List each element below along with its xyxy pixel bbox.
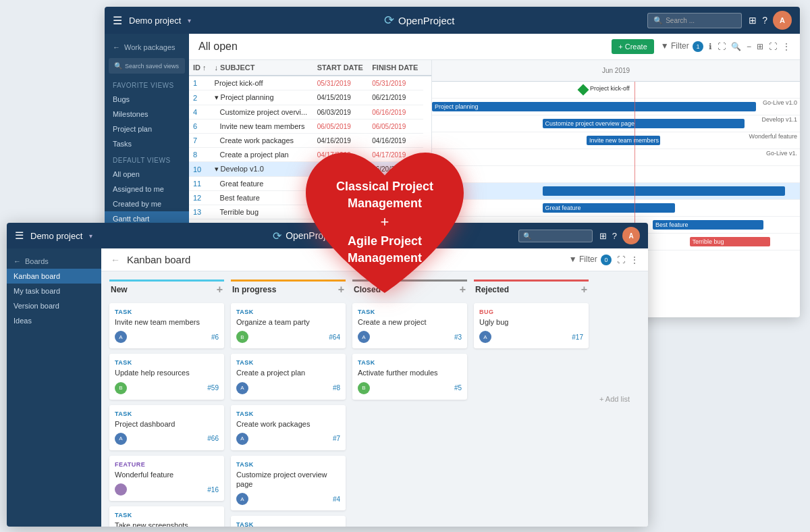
back-gantt-extra-label-2: Develop v1.1 xyxy=(761,116,797,123)
card-avatar: A xyxy=(236,382,248,394)
table-row[interactable]: 4 Customize project overvi... 06/03/2019… xyxy=(189,105,431,119)
table-row[interactable]: 2 ▾ Project planning 04/15/2019 06/21/20… xyxy=(189,90,431,105)
back-sidebar-item-milestones[interactable]: Milestones xyxy=(105,107,189,122)
back-filter-badge: 1 xyxy=(693,41,703,52)
card-avatar: A xyxy=(479,331,491,343)
back-hamburger-icon[interactable]: ☰ xyxy=(113,14,122,27)
card-id: #7 xyxy=(333,435,340,442)
card-footer: B #5 xyxy=(358,382,462,394)
back-zoom-in-icon[interactable]: 🔍 xyxy=(731,42,741,51)
back-search-saved[interactable]: 🔍 Search saved views xyxy=(109,58,185,74)
back-sidebar-back-btn[interactable]: ← Work packages xyxy=(105,39,189,55)
front-project-arrow-icon[interactable]: ▾ xyxy=(89,232,92,240)
list-item[interactable]: TASK New merchandising material B #63 xyxy=(231,516,346,527)
card-type-label: FEATURE xyxy=(115,461,219,468)
back-page-title: All open xyxy=(198,41,605,53)
kanban-col-rejected-label: Rejected xyxy=(475,285,509,294)
back-sidebar-item-projectplan[interactable]: Project plan xyxy=(105,122,189,136)
back-help-icon[interactable]: ? xyxy=(762,15,767,26)
back-row-id: 4 xyxy=(189,105,211,119)
back-create-button[interactable]: + Create xyxy=(612,39,654,54)
back-grid-icon[interactable]: ⊞ xyxy=(749,15,757,26)
back-gantt-bar-2: Project planning xyxy=(432,102,756,111)
front-avatar[interactable]: A xyxy=(622,227,640,244)
card-avatar: A xyxy=(115,433,127,445)
card-id: #59 xyxy=(207,384,219,392)
heart-line2: Management xyxy=(336,195,433,212)
back-row-id: 2 xyxy=(189,90,211,105)
front-help-icon[interactable]: ? xyxy=(612,231,617,241)
kanban-column-header-rejected: Rejected + xyxy=(474,280,589,298)
front-sidebar-item-kanban[interactable]: Kanban board xyxy=(7,269,101,284)
card-avatar: A xyxy=(358,331,370,343)
back-row-id: 13 xyxy=(189,205,211,219)
front-back-arrow-icon: ← xyxy=(14,257,21,265)
list-item[interactable]: FEATURE Wonderful feature #16 xyxy=(109,456,224,501)
kanban-col-new-add-icon[interactable]: + xyxy=(217,284,223,295)
back-top-icons: ⊞ ? A xyxy=(749,11,792,30)
front-hamburger-icon[interactable]: ☰ xyxy=(15,230,24,242)
back-sidebar-item-allopen[interactable]: All open xyxy=(105,167,189,182)
card-type-label: TASK xyxy=(236,461,340,468)
card-type-label: TASK xyxy=(115,309,219,315)
card-title: Wonderful feature xyxy=(115,470,219,479)
card-avatar: A xyxy=(236,433,248,445)
front-grid-icon[interactable]: ⊞ xyxy=(599,231,607,241)
front-sidebar-item-ideas[interactable]: Ideas xyxy=(7,313,101,328)
back-content-header: All open + Create ▼ Filter 1 ℹ ⛶ 🔍 − ⊞ ⛶… xyxy=(189,34,800,60)
front-fullscreen-icon[interactable]: ⛶ xyxy=(617,255,625,265)
back-settings-icon[interactable]: ⊞ xyxy=(757,42,763,51)
card-id: #66 xyxy=(207,435,219,442)
back-info-icon[interactable]: ℹ xyxy=(709,42,712,51)
back-fullscreen-icon[interactable]: ⛶ xyxy=(718,42,726,51)
list-item[interactable]: BUG Ugly bug A #17 xyxy=(474,303,589,348)
list-item[interactable]: TASK Activate further modules B #5 xyxy=(352,354,467,399)
list-item[interactable]: TASK Invite new team members A #6 xyxy=(109,303,224,348)
back-default-views-label: DEFAULT VIEWS xyxy=(105,151,189,167)
front-sidebar-item-mytask[interactable]: My task board xyxy=(7,284,101,298)
front-sidebar-back-btn[interactable]: ← Boards xyxy=(7,254,101,269)
back-avatar[interactable]: A xyxy=(773,11,792,30)
list-item[interactable]: TASK Project dashboard A #66 xyxy=(109,405,224,450)
back-row-id: 8 xyxy=(189,148,211,162)
back-arrow-icon: ← xyxy=(113,43,120,51)
kanban-add-list-btn[interactable]: + Add list xyxy=(595,280,634,518)
front-project-name[interactable]: Demo project xyxy=(30,231,82,241)
back-gantt-row: Project planning xyxy=(432,99,800,115)
front-search-box[interactable]: 🔍 xyxy=(518,230,593,242)
front-logo-icon: ⟳ xyxy=(273,230,281,242)
back-sidebar-item-tasks[interactable]: Tasks xyxy=(105,136,189,151)
back-sidebar-item-bugs[interactable]: Bugs xyxy=(105,92,189,107)
back-project-name[interactable]: Demo project xyxy=(129,16,181,26)
list-item[interactable]: TASK Update help resources B #59 xyxy=(109,354,224,399)
back-col-id: ID ↑ xyxy=(189,60,211,76)
front-back-nav-icon[interactable]: ← xyxy=(111,255,120,265)
front-filter-btn[interactable]: ▼ Filter 0 xyxy=(569,255,612,265)
back-project-arrow-icon[interactable]: ▾ xyxy=(188,17,191,24)
front-sidebar-item-version[interactable]: Version board xyxy=(7,298,101,313)
back-search-box[interactable]: 🔍 Search ... xyxy=(647,13,742,28)
back-zoom-out-icon[interactable]: − xyxy=(747,42,751,51)
back-gantt-row: Invite new team members xyxy=(432,132,800,149)
card-id: #6 xyxy=(211,334,219,341)
list-item[interactable]: TASK Create work packages A #7 xyxy=(231,405,346,450)
front-more-icon[interactable]: ⋮ xyxy=(630,255,639,265)
list-item[interactable]: TASK Take new screenshots A #61 xyxy=(109,506,224,527)
back-logo-icon: ⟳ xyxy=(384,13,394,28)
heart-line1: Classical Project xyxy=(336,178,433,195)
table-row[interactable]: 1 Project kick-off 05/31/2019 05/31/2019 xyxy=(189,76,431,90)
back-row-subject: Project kick-off xyxy=(211,76,313,90)
back-row-start: 04/15/2019 xyxy=(313,90,368,105)
list-item[interactable]: TASK Create a project plan A #8 xyxy=(231,354,346,399)
card-footer: A #17 xyxy=(479,331,583,343)
back-sidebar-item-created[interactable]: Created by me xyxy=(105,196,189,211)
card-title: Update help resources xyxy=(115,368,219,377)
back-expand-icon[interactable]: ⛶ xyxy=(769,42,777,51)
back-filter-icon[interactable]: ▼ Filter 1 xyxy=(661,41,703,52)
card-id: #17 xyxy=(572,334,583,341)
card-title: Invite new team members xyxy=(115,317,219,327)
back-sidebar-item-assigned[interactable]: Assigned to me xyxy=(105,182,189,196)
list-item[interactable]: TASK Customize project overview page A #… xyxy=(231,456,346,511)
back-more-icon[interactable]: ⋮ xyxy=(782,42,790,51)
kanban-col-rejected-add-icon[interactable]: + xyxy=(581,284,587,295)
